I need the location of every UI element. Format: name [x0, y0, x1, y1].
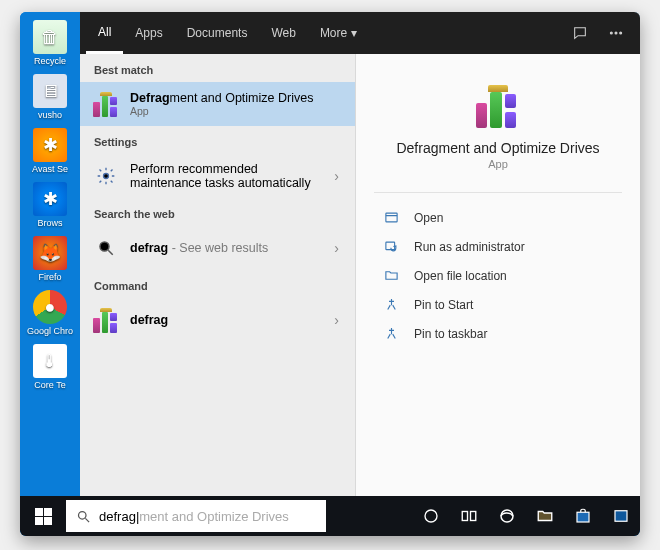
- search-filter-tabs: All Apps Documents Web More ▾: [80, 12, 640, 54]
- result-title: defrag - See web results: [130, 241, 328, 255]
- chevron-right-icon: ›: [328, 240, 345, 256]
- desktop-icon-avast-browser[interactable]: Brows: [26, 182, 74, 228]
- svg-point-0: [610, 32, 612, 34]
- folder-icon: [380, 268, 402, 283]
- tab-apps[interactable]: Apps: [123, 12, 174, 54]
- svg-rect-11: [462, 512, 467, 521]
- action-pin-to-taskbar[interactable]: Pin to taskbar: [364, 319, 632, 348]
- result-title: Perform recommended maintenance tasks au…: [130, 162, 328, 190]
- windows-logo-icon: [35, 508, 52, 525]
- start-search-flyout: All Apps Documents Web More ▾ Best match…: [80, 12, 640, 496]
- svg-point-2: [620, 32, 622, 34]
- desktop-icon-recycle-bin[interactable]: Recycle: [26, 20, 74, 66]
- taskbar-app-edge[interactable]: [488, 496, 526, 536]
- chevron-right-icon: ›: [328, 168, 345, 184]
- action-open[interactable]: Open: [364, 203, 632, 232]
- action-run-as-admin[interactable]: Run as administrator: [364, 232, 632, 261]
- search-icon: [92, 234, 120, 262]
- chevron-right-icon: ›: [328, 312, 345, 328]
- svg-rect-14: [577, 512, 589, 522]
- desktop-icon-chrome[interactable]: Googl Chro: [26, 290, 74, 336]
- taskbar-task-view-button[interactable]: [450, 496, 488, 536]
- taskbar-app-file-explorer[interactable]: [526, 496, 564, 536]
- preview-actions: Open Run as administrator Open file loca…: [356, 197, 640, 354]
- result-web-defrag[interactable]: defrag - See web results ›: [80, 226, 355, 270]
- svg-point-13: [501, 510, 513, 522]
- svg-point-1: [615, 32, 617, 34]
- result-title: defrag: [130, 313, 328, 327]
- tab-all[interactable]: All: [86, 12, 123, 54]
- svg-rect-7: [385, 242, 394, 250]
- svg-line-9: [85, 518, 89, 522]
- taskbar-cortana-button[interactable]: [412, 496, 450, 536]
- desktop-icon-coretemp[interactable]: Core Te: [26, 344, 74, 390]
- svg-point-4: [100, 242, 109, 251]
- desktop-strip: Recycle vusho Avast Se Brows Firefo Goog…: [20, 12, 80, 496]
- more-options-icon[interactable]: [598, 12, 634, 54]
- action-open-file-location[interactable]: Open file location: [364, 261, 632, 290]
- defrag-icon: [474, 82, 522, 130]
- svg-point-3: [104, 174, 109, 179]
- result-best-match-defragment[interactable]: Defragment and Optimize Drives App: [80, 82, 355, 126]
- search-input[interactable]: defragment and Optimize Drives: [99, 509, 316, 524]
- taskbar-app-store[interactable]: [564, 496, 602, 536]
- desktop-icon-app[interactable]: vusho: [26, 74, 74, 120]
- taskbar-app-generic[interactable]: [602, 496, 640, 536]
- svg-rect-6: [385, 213, 396, 222]
- admin-shield-icon: [380, 239, 402, 254]
- pin-icon: [380, 297, 402, 312]
- svg-rect-15: [615, 511, 627, 522]
- tab-documents[interactable]: Documents: [175, 12, 260, 54]
- svg-line-5: [108, 250, 113, 255]
- defrag-icon: [92, 90, 120, 118]
- desktop-icon-firefox[interactable]: Firefo: [26, 236, 74, 282]
- defrag-icon: [92, 306, 120, 334]
- result-preview-pane: Defragment and Optimize Drives App Open …: [356, 54, 640, 496]
- result-setting-maintenance[interactable]: Perform recommended maintenance tasks au…: [80, 154, 355, 198]
- tab-more[interactable]: More ▾: [308, 12, 369, 54]
- taskbar-search-box[interactable]: defragment and Optimize Drives: [66, 500, 326, 532]
- search-icon: [76, 509, 91, 524]
- open-icon: [380, 210, 402, 225]
- svg-rect-12: [471, 512, 476, 521]
- taskbar: defragment and Optimize Drives: [20, 496, 640, 536]
- svg-point-10: [425, 510, 437, 522]
- result-title: Defragment and Optimize Drives: [130, 91, 345, 105]
- search-results-list: Best match Defragment and Optimize Drive…: [80, 54, 356, 496]
- section-best-match: Best match: [80, 54, 355, 82]
- divider: [374, 192, 622, 193]
- result-subtitle: App: [130, 105, 345, 117]
- chevron-down-icon: ▾: [351, 26, 357, 40]
- pin-icon: [380, 326, 402, 341]
- feedback-icon[interactable]: [562, 12, 598, 54]
- action-pin-to-start[interactable]: Pin to Start: [364, 290, 632, 319]
- preview-title: Defragment and Optimize Drives: [356, 140, 640, 156]
- section-search-web: Search the web: [80, 198, 355, 226]
- start-button[interactable]: [20, 496, 66, 536]
- section-command: Command: [80, 270, 355, 298]
- tab-web[interactable]: Web: [259, 12, 307, 54]
- result-command-defrag[interactable]: defrag ›: [80, 298, 355, 342]
- section-settings: Settings: [80, 126, 355, 154]
- gear-icon: [92, 162, 120, 190]
- svg-point-8: [79, 511, 87, 519]
- desktop-icon-avast[interactable]: Avast Se: [26, 128, 74, 174]
- preview-type: App: [356, 158, 640, 170]
